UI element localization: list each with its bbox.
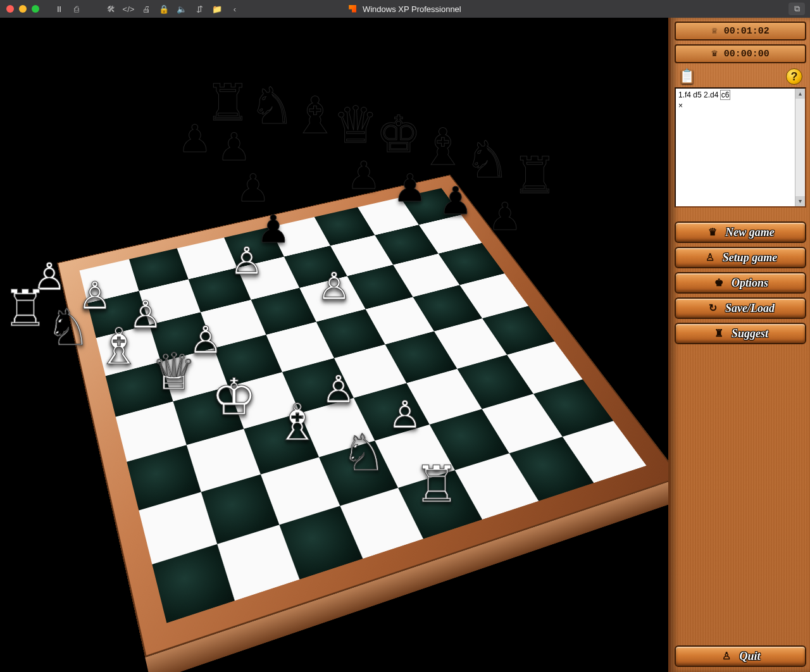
chess-board[interactable]: [57, 175, 681, 657]
shared-folder-icon[interactable]: 📁: [209, 3, 225, 15]
vm-quick-controls: ⏸ ⎙: [51, 3, 85, 15]
snapshot-button[interactable]: ⎙: [68, 3, 85, 15]
chess-viewport[interactable]: ♜♞♝♛♚♝♞♜♟♟♟♟♟♟♟♟♙♙♙♙♙♙♙♙♖♘♗♕♔♗♘♖: [0, 18, 668, 672]
scroll-up-button[interactable]: ▴: [795, 89, 805, 99]
vm-device-controls: 🛠 </> 🖨 🔒 🔈 ⇵ 📁 ‹: [103, 3, 243, 15]
printer-icon[interactable]: 🖨: [138, 3, 154, 15]
game-sidebar: ♕ 00:01:02 ♛ 00:00:00 📋 ? 1.f4 d5 2.d4 c…: [668, 18, 810, 672]
move-log-current: c6: [721, 90, 730, 99]
black-clock: ♛ 00:00:00: [675, 44, 806, 63]
scroll-down-button[interactable]: ▾: [795, 196, 805, 206]
chess-piece[interactable]: ♜: [511, 151, 558, 201]
settings-icon[interactable]: 🛠: [103, 3, 119, 15]
lock-icon[interactable]: 🔒: [156, 3, 172, 15]
move-log-text: 1.f4 d5 2.d4 c6 ×: [678, 90, 802, 111]
chess-piece[interactable]: ♟: [340, 157, 387, 195]
code-icon[interactable]: </>: [120, 3, 137, 15]
setup-game-label: Setup game: [723, 252, 778, 263]
cycle-icon: ↻: [706, 303, 719, 313]
chess-piece[interactable]: ♟: [230, 170, 277, 208]
help-icon[interactable]: ?: [786, 68, 802, 85]
save-load-button[interactable]: ↻ Save/Load: [675, 297, 806, 319]
quit-label: Quit: [739, 650, 760, 662]
chess-piece[interactable]: ♚: [375, 109, 422, 160]
quit-button[interactable]: ♙ Quit: [675, 645, 806, 667]
window-title-text: Windows XP Professionnel: [363, 4, 461, 14]
white-clock-value: 00:01:02: [724, 27, 770, 36]
white-clock: ♕ 00:01:02: [675, 22, 806, 40]
chess-piece[interactable]: ♛: [332, 100, 379, 151]
black-clock-value: 00:00:00: [724, 49, 770, 59]
move-log-moves: 1.f4 d5 2.d4: [678, 90, 721, 99]
rook-icon: ♜: [713, 328, 725, 339]
chess-piece[interactable]: ♟: [211, 128, 258, 166]
close-window-button[interactable]: [6, 5, 14, 13]
chess-piece[interactable]: ♞: [249, 81, 296, 132]
chess-piece[interactable]: ♟: [171, 120, 218, 158]
pause-vm-button[interactable]: ⏸: [51, 3, 67, 15]
back-icon[interactable]: ‹: [227, 3, 243, 15]
minimize-window-button[interactable]: [19, 5, 27, 13]
chess-piece[interactable]: ♞: [464, 135, 511, 185]
black-queen-icon: ♛: [711, 49, 718, 59]
options-label: Options: [732, 277, 768, 289]
move-log-panel: 📋 ? 1.f4 d5 2.d4 c6 × ▴ ▾: [675, 67, 806, 208]
queen-icon: ♛: [706, 227, 719, 237]
white-queen-icon: ♕: [711, 26, 718, 36]
zoom-window-button[interactable]: [32, 5, 39, 13]
chess-piece[interactable]: ♝: [292, 90, 339, 141]
king-icon: ♚: [713, 278, 725, 288]
chess-piece[interactable]: ♖: [2, 283, 49, 334]
pawn-icon: ♙: [720, 651, 733, 661]
chess-piece[interactable]: ♜: [204, 78, 251, 128]
new-game-label: New game: [725, 227, 774, 238]
setup-game-button[interactable]: ♙ Setup game: [675, 247, 806, 268]
suggest-button[interactable]: ♜ Suggest: [675, 323, 806, 344]
new-game-button[interactable]: ♛ New game: [675, 221, 806, 243]
options-button[interactable]: ♚ Options: [675, 272, 806, 294]
audio-icon[interactable]: 🔈: [173, 3, 190, 15]
chess-piece[interactable]: ♝: [420, 122, 466, 173]
move-log-scrollbar[interactable]: ▴ ▾: [795, 89, 805, 206]
usb-icon[interactable]: ⇵: [191, 3, 208, 15]
window-controls: [6, 5, 39, 13]
pip-button[interactable]: ⧉: [788, 3, 805, 15]
move-log[interactable]: 1.f4 d5 2.d4 c6 × ▴ ▾: [675, 87, 806, 208]
suggest-label: Suggest: [732, 328, 768, 339]
xp-logo-icon: [349, 5, 356, 13]
move-log-line2: ×: [678, 101, 802, 111]
vm-titlebar: ⏸ ⎙ 🛠 </> 🖨 🔒 🔈 ⇵ 📁 ‹ Windows XP Profess…: [0, 0, 810, 18]
save-load-label: Save/Load: [725, 302, 775, 314]
pawn-icon: ♙: [704, 252, 716, 263]
clipboard-icon[interactable]: 📋: [678, 68, 695, 85]
guest-content: ♜♞♝♛♚♝♞♜♟♟♟♟♟♟♟♟♙♙♙♙♙♙♙♙♖♘♗♕♔♗♘♖ ♕ 00:01…: [0, 18, 810, 672]
